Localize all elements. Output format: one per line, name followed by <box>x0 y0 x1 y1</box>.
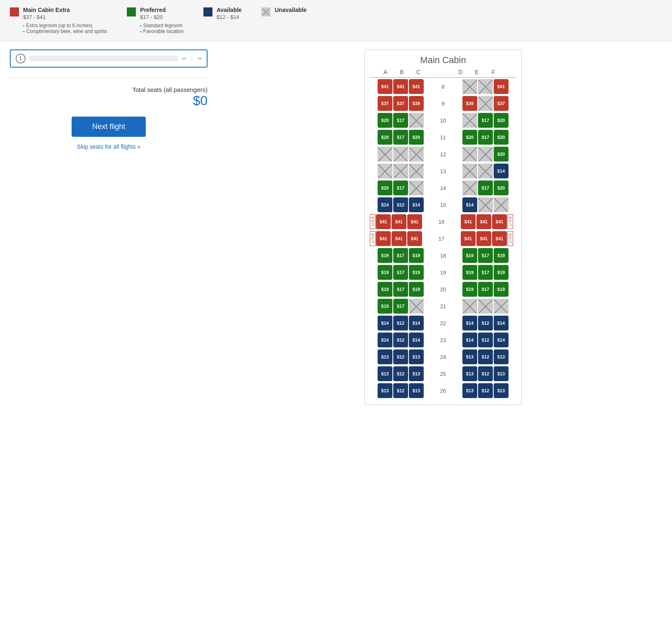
seat[interactable]: $17 <box>393 113 408 128</box>
seat[interactable]: $41 <box>376 214 391 229</box>
seat[interactable]: $12 <box>478 349 493 364</box>
seat[interactable]: $17 <box>393 265 408 280</box>
seat[interactable]: $19 <box>409 265 424 280</box>
seat[interactable]: $13 <box>494 366 509 381</box>
seat[interactable]: $19 <box>494 248 509 263</box>
seat[interactable]: $17 <box>393 180 408 195</box>
seat[interactable]: $14 <box>409 197 424 212</box>
seat[interactable]: $14 <box>409 316 424 330</box>
seat[interactable]: $41 <box>407 214 422 229</box>
seat[interactable]: $12 <box>393 366 408 381</box>
seat[interactable]: $13 <box>378 366 392 381</box>
seat[interactable]: $12 <box>393 316 408 330</box>
seat[interactable]: $13 <box>378 349 392 364</box>
seat[interactable]: $37 <box>494 96 509 111</box>
seat[interactable]: $12 <box>393 349 408 364</box>
seat[interactable]: $17 <box>478 130 493 145</box>
seat[interactable]: $17 <box>393 130 408 145</box>
seat <box>393 164 408 178</box>
seat[interactable]: $41 <box>461 231 476 246</box>
seat[interactable]: $14 <box>462 333 477 347</box>
seat[interactable]: $19 <box>462 248 477 263</box>
seat[interactable]: $20 <box>378 180 392 195</box>
seat[interactable]: $12 <box>393 197 408 212</box>
seat[interactable]: $14 <box>378 333 392 347</box>
seat[interactable]: $12 <box>393 333 408 347</box>
seat[interactable]: $12 <box>478 333 493 347</box>
seat[interactable]: $19 <box>378 282 392 297</box>
seat[interactable]: $41 <box>492 231 507 246</box>
legend-item-preferred: Preferred$17 - $20Standard legroomFavora… <box>127 7 184 34</box>
seat[interactable]: $37 <box>378 96 392 111</box>
seat[interactable]: $17 <box>478 282 493 297</box>
seat[interactable]: $41 <box>476 231 491 246</box>
seat[interactable]: $13 <box>409 366 424 381</box>
seat[interactable]: $13 <box>462 366 477 381</box>
seat[interactable]: $17 <box>478 180 493 195</box>
seat[interactable]: $41 <box>461 214 476 229</box>
seat[interactable]: $13 <box>378 383 392 398</box>
seat[interactable]: $14 <box>494 333 509 347</box>
seat[interactable]: $17 <box>478 113 493 128</box>
seat[interactable]: $41 <box>376 231 391 246</box>
seat[interactable]: $20 <box>494 180 509 195</box>
seat[interactable]: $19 <box>462 265 477 280</box>
seat[interactable]: $20 <box>462 130 477 145</box>
seat[interactable]: $14 <box>462 197 477 212</box>
seat[interactable]: $19 <box>378 299 392 314</box>
seat[interactable]: $13 <box>494 349 509 364</box>
seat[interactable]: $19 <box>494 265 509 280</box>
seat[interactable]: $20 <box>494 147 509 162</box>
seat[interactable]: $17 <box>393 282 408 297</box>
seat[interactable]: $14 <box>462 316 477 330</box>
seat[interactable]: $12 <box>478 383 493 398</box>
seat[interactable]: $14 <box>378 316 392 330</box>
seat[interactable]: $41 <box>392 231 406 246</box>
legend-bar: Main Cabin Extra$37 - $41Extra legroom (… <box>0 0 672 41</box>
seat[interactable]: $41 <box>476 214 491 229</box>
seat[interactable]: $19 <box>378 265 392 280</box>
seat[interactable]: $19 <box>462 282 477 297</box>
next-flight-button[interactable]: Next flight <box>72 117 146 137</box>
seat[interactable]: $20 <box>494 113 509 128</box>
seat[interactable]: $20 <box>378 113 392 128</box>
seat[interactable]: $20 <box>494 130 509 145</box>
seat[interactable]: $19 <box>409 282 424 297</box>
seat[interactable]: $17 <box>393 248 408 263</box>
seat[interactable]: $17 <box>478 265 493 280</box>
seat[interactable]: $41 <box>378 79 392 94</box>
seat[interactable]: $13 <box>409 349 424 364</box>
seat[interactable]: $41 <box>407 231 422 246</box>
seat[interactable]: $41 <box>409 79 424 94</box>
seat[interactable]: $12 <box>393 383 408 398</box>
seat[interactable]: $41 <box>494 79 509 94</box>
seat[interactable]: $14 <box>494 316 509 330</box>
seat[interactable]: $13 <box>462 349 477 364</box>
seat[interactable]: $20 <box>378 130 392 145</box>
seat[interactable]: $19 <box>378 248 392 263</box>
row-number: 15 <box>434 202 452 208</box>
seat <box>478 197 493 212</box>
passenger-number: 1 <box>16 54 26 63</box>
seat[interactable]: $41 <box>392 214 406 229</box>
seat[interactable]: $14 <box>378 197 392 212</box>
seat[interactable]: $12 <box>478 366 493 381</box>
seat[interactable]: $14 <box>409 333 424 347</box>
legend-color-available <box>203 7 212 16</box>
seat[interactable]: $41 <box>492 214 507 229</box>
seat[interactable]: $19 <box>409 248 424 263</box>
seat[interactable]: $39 <box>462 96 477 111</box>
seat[interactable]: $13 <box>462 383 477 398</box>
seat[interactable]: $17 <box>393 299 408 314</box>
skip-seats-link[interactable]: Skip seats for all flights » <box>10 143 208 150</box>
seat[interactable]: $13 <box>494 383 509 398</box>
seat[interactable]: $39 <box>409 96 424 111</box>
seat[interactable]: $14 <box>494 164 509 178</box>
seat[interactable]: $20 <box>409 130 424 145</box>
seat[interactable]: $17 <box>478 248 493 263</box>
seat[interactable]: $41 <box>393 79 408 94</box>
seat[interactable]: $37 <box>393 96 408 111</box>
seat[interactable]: $13 <box>409 383 424 398</box>
seat[interactable]: $12 <box>478 316 493 330</box>
seat[interactable]: $19 <box>494 282 509 297</box>
